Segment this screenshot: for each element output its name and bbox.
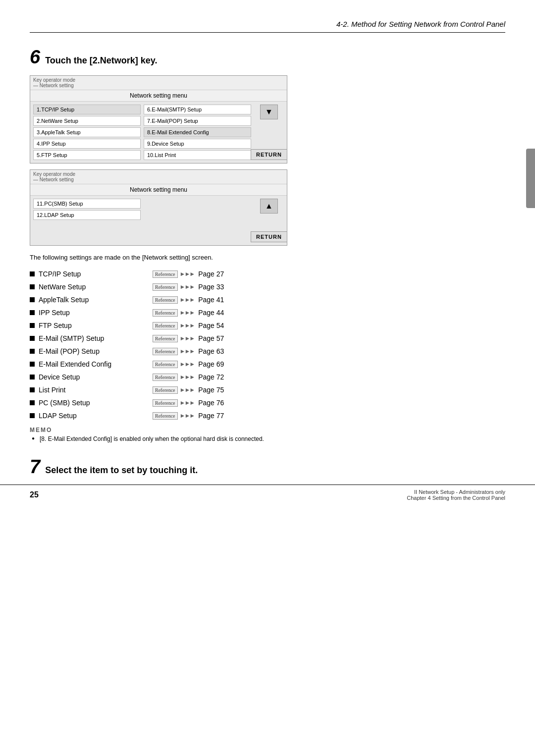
- screen1-item-9[interactable]: 9.Device Setup: [144, 139, 251, 149]
- step6-number: 6: [30, 48, 40, 66]
- bullet-square: [30, 375, 35, 379]
- screen1-item-4[interactable]: 4.IPP Setup: [33, 139, 141, 149]
- screen1-side: ▼ RETURN: [254, 105, 284, 160]
- screen1-item-3[interactable]: 3.AppleTalk Setup: [33, 127, 141, 137]
- memo-title: MEMO: [30, 427, 505, 433]
- screen1-item-7[interactable]: 7.E-Mail(POP) Setup: [144, 116, 251, 126]
- bullet-square: [30, 310, 35, 315]
- page-footer: 25 II Network Setup - Administrators onl…: [0, 485, 535, 501]
- ref-item-label: E-Mail (SMTP) Setup: [39, 334, 153, 342]
- step6-text: Touch the [2.Network] key.: [45, 55, 157, 66]
- ref-badge: Reference: [153, 399, 178, 407]
- step7-text: Select the item to set by touching it.: [45, 465, 198, 476]
- ref-badge: Reference: [153, 386, 178, 394]
- ref-list-item-9: Device Setup Reference ►►► Page 72: [30, 373, 505, 381]
- screen1-body: 1.TCP/IP Setup 2.NetWare Setup 3.AppleTa…: [30, 102, 287, 163]
- ref-badge: Reference: [153, 348, 178, 355]
- ref-badge-group: Reference ►►► Page 57: [153, 334, 224, 342]
- ref-page: Page 33: [198, 283, 224, 291]
- ref-list-item-4: IPP Setup Reference ►►► Page 44: [30, 309, 505, 317]
- bullet-square: [30, 362, 35, 367]
- ref-badge: Reference: [153, 361, 178, 368]
- ref-badge-group: Reference ►►► Page 54: [153, 322, 224, 329]
- page-header: 4-2. Method for Setting Network from Con…: [30, 20, 505, 33]
- screen1-item-2[interactable]: 2.NetWare Setup: [33, 116, 141, 126]
- bullet-square: [30, 413, 35, 418]
- screen2-col1: 11.PC(SMB) Setup 12.LDAP Setup: [33, 199, 141, 242]
- screen-mockup-2: Key operator mode — Network setting Netw…: [30, 169, 287, 246]
- footer-right: II Network Setup - Administrators only C…: [407, 489, 505, 501]
- bullet-square: [30, 336, 35, 341]
- ref-arrows-icon: ►►►: [180, 361, 195, 368]
- screen1-down-arrow[interactable]: ▼: [260, 105, 278, 119]
- screen1-item-10[interactable]: 10.List Print: [144, 150, 251, 160]
- screen2-return-btn[interactable]: RETURN: [251, 231, 287, 242]
- ref-badge-group: Reference ►►► Page 27: [153, 270, 224, 278]
- screen-mockup-1: Key operator mode — Network setting Netw…: [30, 75, 287, 163]
- screen2-header: Key operator mode — Network setting: [30, 170, 287, 184]
- ref-page: Page 41: [198, 296, 224, 304]
- ref-arrows-icon: ►►►: [180, 335, 195, 342]
- ref-badge-group: Reference ►►► Page 75: [153, 386, 224, 394]
- ref-arrows-icon: ►►►: [180, 386, 195, 393]
- ref-item-label: List Print: [39, 386, 153, 394]
- ref-badge: Reference: [153, 283, 178, 291]
- screen1-header: Key operator mode — Network setting: [30, 76, 287, 90]
- sidebar-tab: [526, 149, 535, 208]
- ref-badge: Reference: [153, 412, 178, 420]
- bullet-square: [30, 297, 35, 302]
- ref-item-label: TCP/IP Setup: [39, 270, 153, 278]
- ref-page: Page 75: [198, 386, 224, 394]
- screen1-item-6[interactable]: 6.E-Mail(SMTP) Setup: [144, 105, 251, 114]
- bullet-square: [30, 387, 35, 392]
- ref-item-label: Device Setup: [39, 373, 153, 381]
- memo-section: MEMO [8. E-Mail Extended Config] is enab…: [30, 427, 505, 442]
- ref-badge-group: Reference ►►► Page 63: [153, 347, 224, 355]
- ref-arrows-icon: ►►►: [180, 348, 195, 355]
- ref-page: Page 76: [198, 399, 224, 407]
- ref-list-item-7: E-Mail (POP) Setup Reference ►►► Page 63: [30, 347, 505, 355]
- ref-item-label: IPP Setup: [39, 309, 153, 317]
- ref-badge-group: Reference ►►► Page 44: [153, 309, 224, 317]
- bullet-square: [30, 349, 35, 354]
- ref-list-item-2: NetWare Setup Reference ►►► Page 33: [30, 283, 505, 291]
- ref-badge-group: Reference ►►► Page 33: [153, 283, 224, 291]
- screen1-item-1[interactable]: 1.TCP/IP Setup: [33, 105, 141, 114]
- screen1-return-btn[interactable]: RETURN: [251, 149, 287, 160]
- ref-badge-group: Reference ►►► Page 41: [153, 296, 224, 304]
- screen2-item-11[interactable]: 11.PC(SMB) Setup: [33, 199, 141, 209]
- ref-arrows-icon: ►►►: [180, 309, 195, 316]
- ref-badge: Reference: [153, 296, 178, 304]
- ref-page: Page 69: [198, 360, 224, 368]
- bullet-square: [30, 323, 35, 328]
- screen2-body: 11.PC(SMB) Setup 12.LDAP Setup ▲ RETURN: [30, 196, 287, 245]
- ref-badge-group: Reference ►►► Page 69: [153, 360, 224, 368]
- ref-arrows-icon: ►►►: [180, 322, 195, 329]
- ref-item-label: FTP Setup: [39, 322, 153, 329]
- ref-page: Page 27: [198, 270, 224, 278]
- ref-item-label: LDAP Setup: [39, 412, 153, 420]
- screen2-item-12[interactable]: 12.LDAP Setup: [33, 210, 141, 220]
- screen1-item-5[interactable]: 5.FTP Setup: [33, 150, 141, 160]
- screen1-title: Network setting menu: [30, 90, 287, 102]
- screen1-col1: 1.TCP/IP Setup 2.NetWare Setup 3.AppleTa…: [33, 105, 141, 160]
- screen2-col2: [144, 199, 251, 242]
- ref-page: Page 77: [198, 412, 224, 420]
- ref-item-label: PC (SMB) Setup: [39, 399, 153, 407]
- ref-list-item-8: E-Mail Extended Config Reference ►►► Pag…: [30, 360, 505, 368]
- ref-list-item-1: TCP/IP Setup Reference ►►► Page 27: [30, 270, 505, 278]
- ref-list-item-3: AppleTalk Setup Reference ►►► Page 41: [30, 296, 505, 304]
- step7-number: 7: [30, 457, 40, 476]
- ref-arrows-icon: ►►►: [180, 412, 195, 419]
- ref-badge: Reference: [153, 270, 178, 278]
- screen2-side: ▲ RETURN: [254, 199, 284, 242]
- screen2-up-arrow[interactable]: ▲: [260, 199, 278, 214]
- ref-page: Page 44: [198, 309, 224, 317]
- ref-page: Page 63: [198, 347, 224, 355]
- ref-arrows-icon: ►►►: [180, 283, 195, 290]
- ref-arrows-icon: ►►►: [180, 399, 195, 406]
- ref-list: TCP/IP Setup Reference ►►► Page 27 NetWa…: [30, 270, 505, 420]
- ref-item-label: NetWare Setup: [39, 283, 153, 291]
- ref-list-item-5: FTP Setup Reference ►►► Page 54: [30, 322, 505, 329]
- screen1-item-8[interactable]: 8.E-Mail Extended Config: [144, 127, 251, 137]
